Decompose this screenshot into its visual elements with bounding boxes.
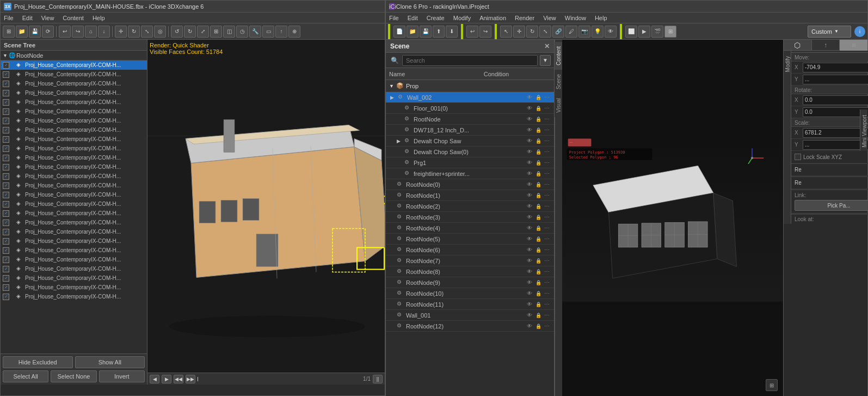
nav-next-btn[interactable]: ◀◀ [174,375,183,383]
row-lock-dw718[interactable]: 🔒 [534,126,542,134]
modify-label[interactable]: Modify [784,53,792,75]
move-y-input[interactable] [803,75,868,84]
row-lock-rn3[interactable]: 🔒 [534,214,542,221]
row-lock-rn10[interactable]: 🔒 [534,290,542,297]
cb-11[interactable] [3,164,9,170]
rt-btn-render[interactable]: 🎬 [651,26,663,38]
row-eye-rn2[interactable]: 👁 [526,203,533,210]
right-menu-animation[interactable]: Animation [478,15,507,21]
tree-item-8[interactable]: ◈ Proj_House_ContemporaryIX-COM-H... [1,135,147,144]
row-eye-rn6[interactable]: 👁 [526,246,533,254]
tree-item-14[interactable]: ◈ Proj_House_ContemporaryIX-COM-H... [1,190,147,199]
cb-22[interactable] [3,266,9,272]
scene-search-input[interactable] [402,55,538,66]
toolbar-btn-grid[interactable]: ⊞ [210,26,222,38]
show-all-btn[interactable]: Show All [75,356,145,368]
modify-tab-2[interactable]: ↑ [812,40,840,50]
rt-btn-camera[interactable]: 📷 [578,26,590,38]
cb-18[interactable] [3,229,9,235]
row-eye-rn1[interactable]: 👁 [526,192,533,199]
toolbar-btn-move[interactable]: ✛ [115,26,127,38]
row-more-rn3[interactable]: ⋯ [543,214,551,221]
scale-y-input[interactable] [803,140,868,150]
right-3d-viewport[interactable]: ··· Project Polygon : 513930 Selected Po… [562,40,783,396]
toolbar-btn-pin[interactable]: 🔧 [249,26,261,38]
row-eye-dewalt[interactable]: 👁 [526,137,533,145]
row-eye-rn0[interactable]: 👁 [526,181,533,188]
cb-13[interactable] [3,182,9,189]
modify-tab-3[interactable]: ⊞ [840,40,867,51]
tree-item-5[interactable]: ◈ Proj_House_ContemporaryIX-COM-H... [1,107,147,116]
rt-btn-eye[interactable]: 👁 [605,26,617,38]
row-eye-dw718[interactable]: 👁 [526,126,533,134]
scene-row-dw718[interactable]: ⚙ DW718_12 Inch_D... 👁 🔒 ⋯ [386,125,554,136]
scene-row-rn6[interactable]: ⚙ RootNode(6) 👁 🔒 ⋯ [386,245,554,255]
row-more-freightliner[interactable]: ⋯ [543,170,551,178]
toolbar-btn-scale[interactable]: ⤡ [141,26,153,38]
cb-23[interactable] [3,275,9,282]
toolbar-btn-3[interactable]: 💾 [29,26,41,38]
right-menu-file[interactable]: File [388,15,400,21]
scene-row-rn4[interactable]: ⚙ RootNode(4) 👁 🔒 ⋯ [386,223,554,234]
row-more-wall001[interactable]: ⋯ [543,312,551,319]
cb-17[interactable] [3,220,9,226]
row-eye-freightliner[interactable]: 👁 [526,170,533,178]
scene-row-rn11[interactable]: ⚙ RootNode(11) 👁 🔒 ⋯ [386,299,554,310]
scene-row-rn12[interactable]: ⚙ RootNode(12) 👁 🔒 ⋯ [386,321,554,332]
menu-edit[interactable]: Edit [21,15,34,21]
row-more-rn2[interactable]: ⋯ [543,203,551,210]
side-tab-content[interactable]: Content [555,42,563,70]
row-eye-rn7[interactable]: 👁 [526,257,533,265]
row-eye-rn8[interactable]: 👁 [526,268,533,276]
rt-btn-import[interactable]: ⬇ [446,26,458,38]
menu-content[interactable]: Content [61,15,85,21]
toolbar-btn-redo[interactable]: ↪ [72,26,84,38]
cb-0[interactable] [3,62,9,69]
row-lock-rn2[interactable]: 🔒 [534,203,542,210]
scene-row-freightliner[interactable]: ⚙ freightliner+sprinter... 👁 🔒 ⋯ [386,168,554,179]
cb-21[interactable] [3,257,9,263]
tree-item-1[interactable]: ◈ Proj_House_ContemporaryIX-COM-H... [1,70,147,79]
row-more-dewalt[interactable]: ⋯ [543,137,551,145]
cb-9[interactable] [3,145,9,152]
scene-row-rn8[interactable]: ⚙ RootNode(8) 👁 🔒 ⋯ [386,266,554,277]
toolbar-btn-redo2[interactable]: ↻ [184,26,196,38]
rt-btn-select[interactable]: ↖ [500,26,512,38]
tree-item-3[interactable]: ◈ Proj_House_ContemporaryIX-COM-H... [1,88,147,98]
scene-row-rn0[interactable]: ⚙ RootNode(0) 👁 🔒 ⋯ [386,179,554,190]
scene-row-wall002[interactable]: ▶ ⚙ Wall_002 👁 🔒 ⋯ [386,92,554,103]
scene-row-rn9[interactable]: ⚙ RootNode(9) 👁 🔒 ⋯ [386,277,554,288]
cb-16[interactable] [3,210,9,217]
row-more-rn1[interactable]: ⋯ [543,192,551,199]
rt-btn-undo[interactable]: ↩ [466,26,478,38]
nav-play-btn[interactable]: ▶ [162,375,171,383]
row-more-rootnode[interactable]: ⋯ [543,115,551,123]
tree-item-9[interactable]: ◈ Proj_House_ContemporaryIX-COM-H... [1,144,147,153]
scene-panel-close-btn[interactable]: ✕ [544,42,550,50]
row-lock-rn9[interactable]: 🔒 [534,279,542,287]
row-lock-dewalt[interactable]: 🔒 [534,137,542,145]
row-more-rn10[interactable]: ⋯ [543,290,551,297]
row-lock-freightliner[interactable]: 🔒 [534,170,542,178]
rt-btn-light[interactable]: 💡 [592,26,604,38]
toolbar-btn-home[interactable]: ⌂ [85,26,97,38]
tree-item-12[interactable]: ◈ Proj_House_ContemporaryIX-COM-H... [1,172,147,181]
row-more-prg1[interactable]: ⋯ [543,159,551,167]
scene-list[interactable]: ▼ 📦 Prop ▶ ⚙ Wall_002 👁 🔒 ⋯ ⚙ Fl [386,80,554,396]
row-more-dw718[interactable]: ⋯ [543,126,551,134]
menu-view[interactable]: View [40,15,56,21]
cb-1[interactable] [3,71,9,78]
tree-content[interactable]: ▼ 🌐 RootNode ◈ Proj_House_ContemporaryIX… [1,51,147,354]
custom-dropdown[interactable]: Custom [808,26,851,38]
right-menu-render[interactable]: Render [514,15,535,21]
toolbar-btn-1[interactable]: ⊞ [3,26,15,38]
row-lock-rn12[interactable]: 🔒 [534,322,542,330]
cb-25[interactable] [3,294,9,300]
mini-viewport-tab-label[interactable]: Mini Viewport [860,112,868,151]
cb-10[interactable] [3,155,9,161]
row-lock-floor001[interactable]: 🔒 [534,105,542,112]
row-lock-rn0[interactable]: 🔒 [534,181,542,188]
row-more-rn7[interactable]: ⋯ [543,257,551,265]
row-more-rn9[interactable]: ⋯ [543,279,551,287]
rt-btn-link[interactable]: 🔗 [552,26,564,38]
